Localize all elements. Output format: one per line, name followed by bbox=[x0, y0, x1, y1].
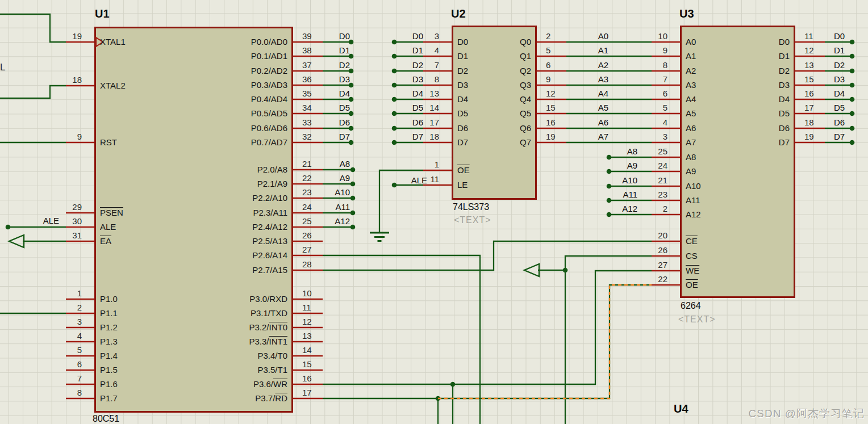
net-label-u1-p2-A8[interactable]: A8 bbox=[318, 159, 350, 169]
net-label-u3-a-A8[interactable]: A8 bbox=[606, 146, 637, 156]
u2-pin-19-number: 19 bbox=[546, 132, 566, 141]
net-label-u1-p2-A10[interactable]: A10 bbox=[318, 187, 350, 197]
net-label-u1-p0-D5[interactable]: D5 bbox=[318, 103, 350, 112]
net-label-u1-p0-D1[interactable]: D1 bbox=[318, 45, 350, 55]
net-label-u3-d-D5[interactable]: D5 bbox=[834, 103, 866, 112]
u1-pin-8-label: P1.7 bbox=[100, 393, 118, 403]
u3-pin-27-number: 27 bbox=[647, 260, 667, 270]
u3-pin-2-number: 2 bbox=[647, 204, 667, 213]
clipped-edge-label: L bbox=[0, 62, 5, 72]
net-label-u3-d-D7[interactable]: D7 bbox=[834, 132, 866, 141]
u1-ref-designator[interactable]: U1 bbox=[95, 9, 110, 19]
net-label-u1-p0-D7[interactable]: D7 bbox=[318, 132, 350, 141]
net-label-u2-d-D3[interactable]: D3 bbox=[391, 74, 423, 84]
u3-pin-6-number: 6 bbox=[647, 89, 667, 98]
net-label-u3-a-A12[interactable]: A12 bbox=[606, 204, 637, 213]
u1-pin-6-number: 6 bbox=[61, 359, 82, 369]
u3-part-label[interactable]: 6264 bbox=[681, 301, 701, 310]
u3-pin-5-number: 5 bbox=[647, 103, 667, 112]
net-label-u2-d-D1[interactable]: D1 bbox=[391, 45, 423, 55]
net-label-addr-A1[interactable]: A1 bbox=[587, 45, 619, 55]
net-label-u3-d-D1[interactable]: D1 bbox=[834, 45, 866, 55]
u4-ref-designator[interactable]: U4 bbox=[674, 404, 688, 414]
u1-pin-7-number: 7 bbox=[61, 373, 82, 383]
terminal-arrow-icon[interactable] bbox=[524, 264, 539, 276]
u3-pin-16-number: 16 bbox=[804, 89, 825, 98]
u1-pin-14-label: P3.4/T0 bbox=[191, 351, 287, 360]
u1-pin-11-label: P3.1/TXD bbox=[191, 308, 287, 318]
junction-dot bbox=[6, 225, 11, 230]
u1-part-label[interactable]: 80C51 bbox=[93, 414, 119, 423]
u3-pin-22-label: OE bbox=[686, 280, 698, 289]
net-label-u1-p0-D0[interactable]: D0 bbox=[318, 31, 350, 41]
net-label-addr-A4[interactable]: A4 bbox=[587, 89, 619, 98]
u1-pin-9-label: RST bbox=[100, 137, 117, 147]
u3-pin-13-number: 13 bbox=[804, 60, 825, 70]
u1-pin-28-number: 28 bbox=[302, 259, 323, 269]
u2-part-label[interactable]: 74LS373 bbox=[453, 202, 489, 212]
net-label-u1-p0-D2[interactable]: D2 bbox=[318, 60, 350, 70]
net-label-u2-d-D4[interactable]: D4 bbox=[391, 89, 423, 98]
u2-ref-designator[interactable]: U2 bbox=[451, 9, 466, 19]
net-label-u3-d-D4[interactable]: D4 bbox=[834, 89, 866, 98]
net-label-u1-p0-D4[interactable]: D4 bbox=[318, 89, 350, 98]
net-label-addr-A7[interactable]: A7 bbox=[587, 132, 619, 141]
u1-pin-2-label: P1.1 bbox=[100, 308, 118, 318]
u2-pin-9-number: 9 bbox=[546, 74, 566, 84]
u3-pin-19-number: 19 bbox=[804, 132, 825, 141]
net-label-u3-d-D3[interactable]: D3 bbox=[834, 74, 866, 84]
u3-text-placeholder[interactable]: <TEXT> bbox=[678, 314, 716, 324]
u2-pin-12-number: 12 bbox=[546, 89, 566, 98]
ale-net-label-u1[interactable]: ALE bbox=[36, 216, 59, 225]
net-label-addr-A0[interactable]: A0 bbox=[587, 31, 619, 41]
u2-pin-11-number: 11 bbox=[419, 174, 439, 184]
u2-pin-1-number: 1 bbox=[419, 159, 439, 169]
u3-pin-13-label: D2 bbox=[693, 66, 790, 75]
net-label-u1-p2-A12[interactable]: A12 bbox=[318, 216, 350, 226]
u2-text-placeholder[interactable]: <TEXT> bbox=[454, 215, 491, 225]
net-label-u2-d-D2[interactable]: D2 bbox=[391, 60, 423, 70]
net-label-u1-p2-A11[interactable]: A11 bbox=[318, 202, 350, 212]
u2-pin-11-label: LE bbox=[457, 180, 468, 190]
net-label-u3-a-A11[interactable]: A11 bbox=[606, 190, 637, 199]
wire-xtal1[interactable] bbox=[0, 14, 66, 42]
net-label-u2-d-D6[interactable]: D6 bbox=[391, 117, 423, 127]
net-label-u2-d-D5[interactable]: D5 bbox=[391, 103, 423, 112]
u2-pin-5-label: Q1 bbox=[435, 51, 531, 61]
net-label-u3-a-A9[interactable]: A9 bbox=[606, 161, 637, 170]
u1-pin-17-number: 17 bbox=[302, 388, 323, 397]
wire-xtal2[interactable] bbox=[0, 86, 66, 98]
net-label-u2-d-D7[interactable]: D7 bbox=[391, 132, 423, 141]
net-label-u3-d-D6[interactable]: D6 bbox=[834, 117, 866, 127]
u2-pin-6-label: Q2 bbox=[435, 66, 531, 75]
u1-pin-31-label: EA bbox=[100, 236, 111, 246]
terminal-arrow-icon[interactable] bbox=[9, 235, 24, 247]
u2-pin-15-label: Q5 bbox=[435, 108, 531, 118]
ground-icon[interactable] bbox=[370, 233, 389, 241]
u1-pin-15-label: P3.5/T1 bbox=[191, 365, 287, 375]
u3-pin-21-number: 21 bbox=[647, 175, 667, 185]
u3-pin-23-label: A11 bbox=[686, 195, 700, 205]
net-label-u1-p2-A9[interactable]: A9 bbox=[318, 173, 350, 183]
net-label-u1-p0-D6[interactable]: D6 bbox=[318, 117, 350, 127]
net-label-addr-A5[interactable]: A5 bbox=[587, 103, 619, 112]
u1-pin-19-number: 19 bbox=[61, 31, 82, 41]
wire-end-dot bbox=[350, 196, 356, 201]
net-label-addr-A2[interactable]: A2 bbox=[587, 60, 619, 70]
net-label-u2-d-D0[interactable]: D0 bbox=[391, 31, 423, 41]
schematic-canvas[interactable]: U1 80C51 U2 74LS373 <TEXT> U3 6264 <TEXT… bbox=[0, 0, 868, 424]
net-label-u3-d-D0[interactable]: D0 bbox=[834, 31, 866, 41]
net-label-u1-p0-D3[interactable]: D3 bbox=[318, 74, 350, 84]
u3-ref-designator[interactable]: U3 bbox=[679, 9, 694, 19]
u3-pin-7-number: 7 bbox=[647, 74, 667, 84]
net-label-addr-A6[interactable]: A6 bbox=[587, 117, 619, 127]
wire-we-wr[interactable] bbox=[323, 271, 652, 384]
u1-pin-13-label: P3.3/INT1 bbox=[191, 337, 287, 346]
net-label-addr-A3[interactable]: A3 bbox=[587, 74, 619, 84]
u1-pin-14-number: 14 bbox=[302, 345, 323, 355]
net-label-u3-a-A10[interactable]: A10 bbox=[606, 175, 637, 185]
u3-pin-21-label: A10 bbox=[686, 181, 701, 191]
wire-rd-oe-selected[interactable] bbox=[438, 285, 652, 398]
net-label-u3-d-D2[interactable]: D2 bbox=[834, 60, 866, 70]
u1-pin-10-number: 10 bbox=[302, 288, 323, 298]
